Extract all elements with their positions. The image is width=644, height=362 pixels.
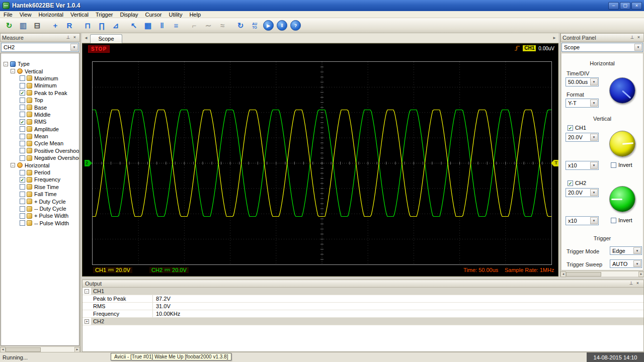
measure-checkbox[interactable]: [20, 184, 25, 190]
measure-item[interactable]: Mean: [34, 133, 48, 139]
tree-group-horizontal[interactable]: Horizontal: [25, 162, 50, 168]
menu-help[interactable]: Help: [186, 11, 204, 18]
measure-item[interactable]: Base: [34, 105, 47, 111]
square-wave-icon[interactable]: ⊓: [81, 19, 94, 32]
measure-item[interactable]: Maximum: [34, 75, 58, 81]
panels-layout-icon[interactable]: ▥: [17, 19, 30, 32]
close-button[interactable]: ×: [631, 2, 642, 10]
collapse-box[interactable]: -: [11, 163, 15, 167]
record-r-icon[interactable]: R: [63, 19, 76, 32]
menu-display[interactable]: Display: [116, 11, 141, 18]
collapse-box[interactable]: -: [11, 69, 15, 73]
scrollbar-thumb[interactable]: [6, 347, 41, 352]
measure-item[interactable]: -- Pulse Width: [34, 220, 69, 226]
measure-checkbox[interactable]: [20, 206, 25, 212]
grid-display-icon[interactable]: ▦: [141, 19, 154, 32]
menu-cursor[interactable]: Cursor: [142, 11, 166, 18]
pause-icon[interactable]: ‖: [277, 20, 287, 31]
measure-item[interactable]: Positive Overshoot: [34, 148, 79, 154]
chevron-down-icon[interactable]: ▼: [590, 162, 598, 169]
measure-item[interactable]: Top: [34, 97, 43, 103]
ramp-wave-icon[interactable]: ⊿: [109, 19, 122, 32]
ch1-invert-checkbox[interactable]: [611, 162, 616, 168]
measure-checkbox[interactable]: [20, 83, 25, 88]
tab-scroll-left-icon[interactable]: ◄: [84, 36, 88, 40]
tree-root-type[interactable]: Type: [18, 61, 30, 67]
pin-icon[interactable]: ⊥: [629, 35, 635, 41]
measure-item[interactable]: Negative Overshoot: [34, 155, 79, 161]
panel-mode-select[interactable]: Scope ▼: [561, 43, 643, 52]
ch2-ground-marker[interactable]: 2: [85, 160, 92, 166]
measure-checkbox[interactable]: [20, 141, 25, 146]
chevron-down-icon[interactable]: ▼: [590, 134, 598, 141]
menu-trigger[interactable]: Trigger: [92, 11, 116, 18]
format-select[interactable]: Y-T ▼: [566, 99, 599, 108]
close-icon[interactable]: ×: [634, 281, 641, 287]
measure-checkbox[interactable]: [20, 199, 25, 204]
timediv-select[interactable]: 50.00us ▼: [566, 77, 599, 86]
scroll-left-icon[interactable]: ◄: [0, 347, 6, 352]
measure-item[interactable]: + Duty Cycle: [34, 199, 66, 205]
measure-checkbox[interactable]: [20, 148, 25, 153]
auto-range-icon[interactable]: AU TO: [248, 19, 261, 32]
maximize-button[interactable]: ▢: [620, 2, 630, 10]
pin-icon[interactable]: ⊥: [65, 35, 71, 41]
trigger-level-marker[interactable]: T: [551, 160, 558, 166]
horizontal-cursors-icon[interactable]: ≡: [170, 19, 183, 32]
measure-checkbox[interactable]: [20, 220, 25, 226]
measure-item[interactable]: RMS: [34, 119, 46, 125]
collapse-box[interactable]: -: [4, 62, 8, 66]
scroll-right-icon[interactable]: ►: [638, 272, 644, 277]
ch2-volts-knob[interactable]: [609, 186, 635, 212]
control-panel-horizontal-scrollbar[interactable]: ◄ ►: [560, 271, 644, 277]
output-group-label[interactable]: CH1: [91, 288, 643, 295]
play-icon[interactable]: ▶: [263, 20, 274, 31]
chevron-down-icon[interactable]: ▼: [590, 217, 598, 224]
chevron-down-icon[interactable]: ▼: [633, 247, 641, 254]
measure-checkbox[interactable]: [20, 155, 25, 161]
ch2-invert-checkbox[interactable]: [611, 218, 616, 223]
output-group-label[interactable]: CH2: [91, 318, 643, 325]
ch2-probe-select[interactable]: x10 ▼: [566, 216, 599, 225]
minimize-button[interactable]: –: [608, 2, 619, 10]
close-icon[interactable]: ×: [635, 35, 642, 41]
tab-scroll-right-icon[interactable]: ►: [552, 36, 556, 40]
expand-box[interactable]: +: [85, 319, 89, 324]
tree-group-vertical[interactable]: Vertical: [25, 68, 43, 74]
measure-checkbox[interactable]: [20, 98, 25, 103]
measure-item[interactable]: Middle: [34, 112, 50, 118]
measure-checkbox[interactable]: ✓: [20, 119, 25, 125]
measure-checkbox[interactable]: [20, 213, 25, 219]
measure-item[interactable]: -- Duty Cycle: [34, 206, 66, 212]
vertical-cursors-icon[interactable]: ‖: [155, 19, 169, 32]
measure-checkbox[interactable]: [20, 170, 25, 175]
ch1-volts-select[interactable]: 20.0V ▼: [566, 133, 599, 142]
ch1-volts-knob[interactable]: [609, 131, 635, 157]
refresh-icon[interactable]: ↻: [234, 19, 247, 32]
menu-file[interactable]: File: [0, 11, 16, 18]
chevron-down-icon[interactable]: ▼: [590, 100, 598, 107]
pin-icon[interactable]: ⊥: [628, 281, 634, 287]
tab-scope[interactable]: Scope: [90, 34, 122, 43]
measure-checkbox[interactable]: [20, 105, 25, 110]
measure-checkbox[interactable]: [20, 126, 25, 132]
measure-item[interactable]: Minimum: [34, 82, 57, 88]
measure-item[interactable]: Peak to Peak: [34, 90, 67, 96]
measure-item[interactable]: + Pulse Width: [34, 213, 68, 219]
menu-view[interactable]: View: [16, 11, 35, 18]
run-acquire-icon[interactable]: ↻: [3, 19, 16, 32]
scroll-right-icon[interactable]: ►: [74, 347, 80, 352]
measure-item[interactable]: Frequency: [34, 176, 60, 183]
chevron-down-icon[interactable]: ▼: [634, 44, 642, 51]
scroll-left-icon[interactable]: ◄: [560, 272, 566, 277]
measure-item[interactable]: Period: [34, 169, 50, 175]
close-icon[interactable]: ×: [71, 35, 78, 41]
trigger-mode-select[interactable]: Edge ▼: [610, 246, 642, 255]
pointer-select-icon[interactable]: ↖: [127, 19, 140, 32]
timebase-knob[interactable]: [609, 77, 635, 104]
chevron-down-icon[interactable]: ▼: [590, 189, 598, 196]
measure-item[interactable]: Rise Time: [34, 184, 59, 190]
menu-utility[interactable]: Utility: [166, 11, 186, 18]
trigger-sweep-select[interactable]: AUTO ▼: [610, 259, 642, 268]
ch1-enable-checkbox[interactable]: ✓: [568, 125, 573, 131]
